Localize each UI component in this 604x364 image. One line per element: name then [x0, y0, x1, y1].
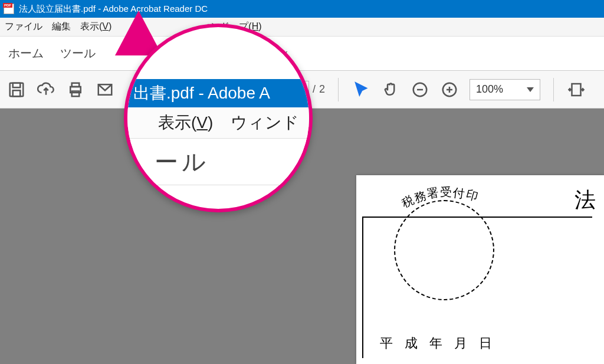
window-titlebar: 法人設立届出書.pdf - Adobe Acrobat Reader DC [0, 0, 604, 18]
svg-rect-4 [72, 83, 80, 86]
save-icon[interactable] [7, 80, 26, 99]
hand-tool-icon[interactable] [381, 80, 400, 99]
page-canvas: 法 税務署受付印 平成年月日 [356, 175, 604, 364]
svg-rect-2 [13, 90, 21, 96]
svg-rect-1 [13, 83, 21, 87]
print-icon[interactable] [66, 80, 85, 99]
doc-heading-char: 法 [575, 186, 596, 215]
app-icon [4, 4, 14, 14]
menu-view[interactable]: 表示(V) [80, 21, 111, 33]
magnifier-callout: 出書.pdf - Adobe A 表示(V) ウィンド ール [124, 24, 313, 212]
menu-file[interactable]: ファイル [5, 21, 42, 33]
separator [553, 78, 554, 101]
page-total: 2 [319, 83, 325, 96]
pointer-tool-icon[interactable] [352, 80, 370, 99]
zoom-out-icon[interactable] [411, 80, 429, 99]
zoom-in-icon[interactable] [440, 80, 459, 99]
mag-tab: ール [127, 138, 313, 185]
tab-home[interactable]: ホーム [8, 45, 44, 61]
mag-menubar: 表示(V) ウィンド [127, 107, 313, 138]
mail-icon[interactable] [96, 80, 114, 99]
tab-tools[interactable]: ツール [60, 45, 96, 61]
chevron-down-icon [527, 87, 534, 92]
fit-width-icon[interactable] [567, 80, 586, 99]
zoom-value: 100% [476, 83, 503, 96]
zoom-select[interactable]: 100% [470, 79, 540, 100]
mag-titlebar: 出書.pdf - Adobe A [124, 79, 313, 107]
cloud-upload-icon[interactable] [37, 80, 55, 99]
separator [338, 78, 339, 101]
tab-bar: ホーム ツール .pdf × [0, 37, 604, 71]
menu-bar: ファイル 編集 表示(V) ィンド プ(H) [0, 18, 604, 37]
date-row: 平成年月日 [380, 335, 504, 352]
menu-edit[interactable]: 編集 [52, 21, 71, 33]
svg-rect-12 [572, 84, 581, 96]
